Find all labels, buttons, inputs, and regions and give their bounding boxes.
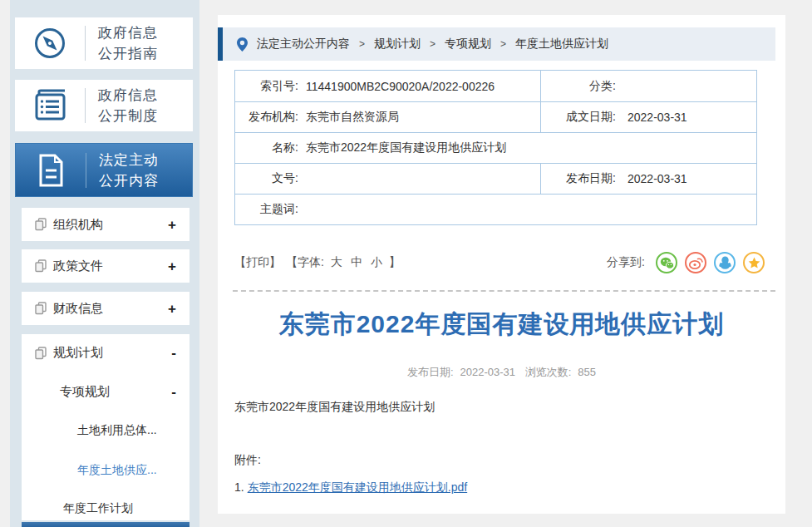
breadcrumb-item[interactable]: 专项规划 <box>445 37 491 52</box>
sidebar-item-policy-documents[interactable]: 政策文件 + <box>22 249 189 283</box>
share-weibo-icon[interactable] <box>685 252 706 273</box>
divider <box>86 153 86 188</box>
sidebar-planning-section: 规划计划 - 专项规划 - 土地利用总体... 年度土地供应... 年度工作计划 <box>22 334 189 520</box>
pages-icon <box>35 259 47 273</box>
meta-label-keywords: 主题词: <box>235 202 298 217</box>
collapse-toggle[interactable]: - <box>171 385 176 399</box>
meta-label-name: 名称: <box>235 140 298 155</box>
attachment-index: 1. <box>234 480 244 494</box>
sidebar-next-card-edge <box>22 522 189 527</box>
sidebar-card-statutory-disclosure[interactable]: 法定主动 公开内容 <box>15 143 193 197</box>
meta-value-publish-date: 2022-03-31 <box>627 172 687 185</box>
sidebar-item-annual-work-plan[interactable]: 年度工作计划 <box>63 501 133 516</box>
sidebar-item-label: 政策文件 <box>53 259 168 274</box>
sidebar-item-label: 专项规划 <box>60 384 171 400</box>
divider <box>85 88 86 123</box>
expand-toggle[interactable]: + <box>168 302 176 316</box>
sidebar-card-label: 政府信息 公开制度 <box>98 85 158 126</box>
attachment-heading: 附件: <box>234 453 261 468</box>
book-icon <box>15 88 85 123</box>
sidebar-card-label: 法定主动 公开内容 <box>99 150 159 191</box>
table-row: 名称: 东莞市2022年度国有建设用地供应计划 <box>235 132 756 163</box>
share-wechat-icon[interactable] <box>656 252 677 273</box>
sidebar: 政府信息 公开指南 政府信息 公开制度 <box>10 0 199 527</box>
share-favorite-star-icon[interactable] <box>743 252 765 273</box>
meta-label-index-no: 索引号: <box>235 79 298 94</box>
meta-value-issue-date: 2022-03-31 <box>627 111 687 124</box>
sidebar-item-planning[interactable]: 规划计划 - <box>35 345 176 361</box>
breadcrumb-separator: > <box>430 38 436 50</box>
print-button[interactable]: 【打印】 <box>234 255 281 270</box>
publish-date-value: 2022-03-31 <box>460 366 516 378</box>
sidebar-item-label: 组织机构 <box>53 217 168 233</box>
sidebar-item-special-planning[interactable]: 专项规划 - <box>60 384 176 400</box>
expand-toggle[interactable]: + <box>168 218 176 232</box>
dashed-divider <box>233 290 775 292</box>
expand-toggle[interactable]: + <box>168 259 176 273</box>
collapse-toggle[interactable]: - <box>171 346 176 360</box>
sidebar-card-gov-info-guide[interactable]: 政府信息 公开指南 <box>15 17 193 69</box>
sidebar-item-label: 规划计划 <box>53 345 171 361</box>
breadcrumb-item[interactable]: 规划计划 <box>374 37 421 52</box>
breadcrumb: 法定主动公开内容 > 规划计划 > 专项规划 > 年度土地供应计划 <box>218 27 775 61</box>
meta-label-publisher: 发布机构: <box>235 110 298 125</box>
attachment-item: 1.东莞市2022年度国有建设用地供应计划.pdf <box>234 480 467 495</box>
breadcrumb-item[interactable]: 年度土地供应计划 <box>515 37 608 52</box>
pages-icon <box>35 218 47 231</box>
font-size-label-close: 】 <box>389 255 401 270</box>
divider <box>85 26 86 61</box>
table-row: 发布机构: 东莞市自然资源局 成文日期: 2022-03-31 <box>235 101 756 132</box>
share-label: 分享到: <box>607 255 645 270</box>
font-size-small-button[interactable]: 小 <box>371 255 382 270</box>
meta-label-category: 分类: <box>541 79 616 94</box>
sidebar-item-fiscal-info[interactable]: 财政信息 + <box>22 292 189 325</box>
document-icon <box>16 152 86 189</box>
compass-icon <box>15 25 85 62</box>
sidebar-item-label: 财政信息 <box>53 301 168 317</box>
meta-value-index-no: 11441900MB2C90020A/2022-00226 <box>306 80 495 93</box>
meta-label-doc-no: 文号: <box>235 171 298 186</box>
font-size-medium-button[interactable]: 中 <box>351 255 362 270</box>
sidebar-item-annual-land-supply[interactable]: 年度土地供应... <box>77 463 157 478</box>
breadcrumb-separator: > <box>500 38 506 50</box>
breadcrumb-separator: > <box>359 38 365 50</box>
page-title: 东莞市2022年度国有建设用地供应计划 <box>218 308 785 342</box>
font-size-large-button[interactable]: 大 <box>331 255 342 270</box>
sidebar-item-organization[interactable]: 组织机构 + <box>22 208 189 241</box>
article-body-text: 东莞市2022年度国有建设用地供应计划 <box>234 400 435 415</box>
pages-icon <box>35 302 47 315</box>
breadcrumb-item[interactable]: 法定主动公开内容 <box>257 37 350 52</box>
attachment-pdf-link[interactable]: 东莞市2022年度国有建设用地供应计划.pdf <box>248 480 468 494</box>
meta-value-name: 东莞市2022年度国有建设用地供应计划 <box>306 140 506 155</box>
share-qq-icon[interactable] <box>714 252 736 273</box>
views-label: 浏览次数: <box>525 366 572 378</box>
table-row: 索引号: 11441900MB2C90020A/2022-00226 分类: <box>235 71 756 101</box>
meta-label-publish-date: 发布日期: <box>541 171 616 186</box>
page: 政府信息 公开指南 政府信息 公开制度 <box>0 0 812 527</box>
meta-label-issue-date: 成文日期: <box>541 110 616 125</box>
table-row: 文号: 发布日期: 2022-03-31 <box>235 163 756 194</box>
publish-date-label: 发布日期: <box>407 366 454 378</box>
views-value: 855 <box>578 366 596 378</box>
meta-value-publisher: 东莞市自然资源局 <box>306 110 399 125</box>
article-meta-line: 发布日期:2022-03-31 浏览次数:855 <box>218 365 785 380</box>
location-pin-icon <box>237 37 248 52</box>
main-content: 法定主动公开内容 > 规划计划 > 专项规划 > 年度土地供应计划 索引号: 1… <box>218 15 785 514</box>
sidebar-item-land-use-plan[interactable]: 土地利用总体... <box>77 423 157 438</box>
table-row: 主题词: <box>235 194 756 224</box>
sidebar-card-label: 政府信息 公开指南 <box>98 22 158 64</box>
document-meta-table: 索引号: 11441900MB2C90020A/2022-00226 分类: 发… <box>234 70 757 225</box>
pages-icon <box>35 347 47 360</box>
font-size-label: 【字体: <box>286 255 324 270</box>
sidebar-card-gov-info-system[interactable]: 政府信息 公开制度 <box>15 80 193 131</box>
article-toolbar: 【打印】 【字体: 大 中 小 】 分享到: <box>234 250 765 275</box>
